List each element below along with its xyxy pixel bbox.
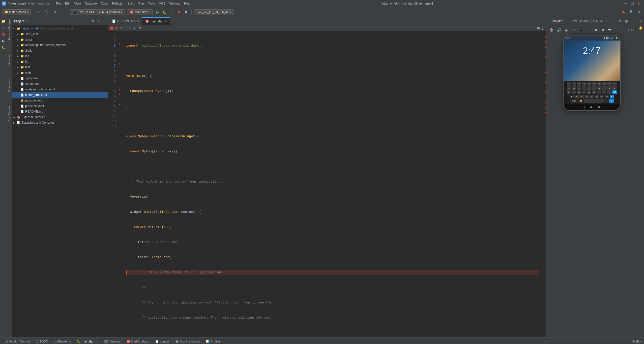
key-8[interactable]: 8 — [602, 82, 607, 86]
settings-button[interactable]: ⚙ — [52, 9, 58, 15]
menu-run[interactable]: Run — [138, 2, 144, 5]
key-f[interactable]: f — [582, 90, 586, 94]
tree-ios[interactable]: ▶ 📁 ios — [12, 53, 108, 59]
tree-root[interactable]: ▾ 📁 flutter_ornek C:\src\projects\flutte… — [12, 26, 108, 31]
project-icon-btn[interactable]: 📁 — [1, 18, 7, 24]
volume-down-btn[interactable]: 🔉 — [563, 27, 570, 33]
profile-button[interactable]: ⏱ — [169, 9, 175, 15]
menu-help[interactable]: Help — [184, 2, 190, 5]
tab-todo[interactable]: ☑ TODO — [33, 337, 51, 344]
phone-recents-btn[interactable]: ⏹ — [598, 106, 601, 109]
recents-btn[interactable]: ⏹ — [600, 27, 606, 33]
find-button[interactable]: 🔍 — [628, 9, 635, 15]
tab-problems[interactable]: ⚠ Problems — [52, 337, 74, 344]
emulator-settings-btn[interactable]: ⚙ — [617, 18, 623, 24]
project-gear-btn[interactable]: ⚙ — [91, 19, 95, 23]
key-1[interactable]: 1 — [567, 82, 571, 86]
tab-logcat[interactable]: 📋 Logcat — [153, 337, 171, 344]
key-r[interactable]: r — [582, 86, 587, 90]
device-selector[interactable]: 📱 Pixel 3a API 33 x86 64 (mobile) ▾ — [70, 9, 125, 15]
emulator-maximize-btn[interactable]: ⊞ — [624, 18, 629, 24]
bottom-collapse-btn[interactable]: − — [640, 339, 642, 343]
home-btn[interactable]: ⏺ — [593, 27, 599, 33]
menu-build[interactable]: Build — [128, 2, 134, 5]
key-l[interactable]: l — [607, 90, 611, 94]
tree-lib[interactable]: ▶ 📁 lib — [12, 59, 108, 64]
tree-pubspec-lock[interactable]: 🔒 pubspec.lock — [12, 98, 108, 103]
editor-expand-btn[interactable]: ⊞ — [537, 26, 540, 30]
key-i[interactable]: i — [602, 86, 607, 90]
more-btn[interactable]: ⋮ — [614, 27, 621, 33]
run-config-selector[interactable]: 🎯 main.dart ▾ — [127, 9, 153, 15]
tab-profiler[interactable]: 📊 Profiler — [203, 337, 223, 344]
bookmark-side-btn[interactable]: 🔖 — [1, 31, 7, 37]
tree-dart-tool[interactable]: ▶ 📁 .dart_tool — [12, 31, 108, 37]
tree-metadata[interactable]: 📄 .metadata — [12, 81, 108, 87]
key-4[interactable]: 4 — [582, 82, 587, 86]
key-enter[interactable]: ↵ — [610, 95, 614, 98]
tab-app-inspection[interactable]: 🔬 App Inspection — [172, 337, 202, 344]
key-3[interactable]: 3 — [577, 82, 581, 86]
expand-button[interactable]: ⊡ — [60, 9, 66, 15]
bookmarks-label[interactable]: Bookmarks — [7, 77, 12, 94]
key-7[interactable]: 7 — [597, 82, 602, 86]
tree-iml[interactable]: 📄 flutter_ornek.iml — [12, 92, 108, 98]
close-button[interactable]: ✕ — [637, 1, 642, 6]
key-2[interactable]: 2 — [572, 82, 576, 86]
tree-ext-libs[interactable]: ▶ 📚 External Libraries — [12, 114, 108, 120]
project-collapse-btn[interactable]: − — [102, 19, 106, 23]
key-g[interactable]: g — [587, 90, 591, 94]
menu-file[interactable]: File — [56, 2, 61, 5]
project-selector[interactable]: 📁 flutter_ornek ▾ — [2, 9, 31, 15]
key-z[interactable]: z — [574, 95, 579, 98]
key-b[interactable]: b — [595, 95, 599, 98]
tree-test[interactable]: ▶ 📁 test — [12, 64, 108, 70]
key-shift[interactable]: ⬆ — [569, 95, 574, 98]
key-space[interactable] — [583, 99, 604, 103]
run-side-btn[interactable]: ▶ — [1, 38, 7, 44]
tree-build[interactable]: ▶ 📁 .build — [12, 48, 108, 53]
key-o[interactable]: o — [607, 86, 612, 90]
phone-home-btn[interactable]: ⏺ — [590, 106, 593, 109]
key-go[interactable]: ➔ — [609, 99, 614, 103]
key-p[interactable]: p — [612, 86, 617, 90]
key-s[interactable]: s — [572, 90, 576, 94]
device2-selector[interactable]: Pixel_3a_API_33_x86_64 ▾ — [194, 9, 234, 15]
bookmark-button[interactable]: 🔖 — [620, 9, 627, 15]
debug-tab-close[interactable]: ✕ — [95, 340, 98, 343]
build-button[interactable]: 🔨 — [43, 9, 50, 15]
sync-button[interactable]: ⟳ — [35, 9, 41, 15]
key-n[interactable]: n — [600, 95, 604, 98]
key-9[interactable]: 9 — [607, 82, 612, 86]
screenshot-btn[interactable]: 📷 — [607, 27, 613, 33]
debug-run-button[interactable]: 🐛 — [161, 9, 168, 15]
tree-analysis[interactable]: 📄 analysis_options.yaml — [12, 87, 108, 92]
notifications-btn[interactable]: 🔔 — [638, 25, 644, 31]
menu-vcs[interactable]: VCS — [159, 2, 165, 5]
key-c[interactable]: c — [584, 95, 589, 98]
bottom-settings-btn[interactable]: ⚙ — [632, 339, 635, 343]
menu-view[interactable]: View — [74, 2, 81, 5]
structure-label[interactable]: Structure — [7, 53, 12, 67]
key-j[interactable]: j — [597, 90, 601, 94]
rotate-btn[interactable]: ⟳ — [571, 27, 577, 33]
tree-scratches[interactable]: ▶ 📝 Scratches and Consoles — [12, 120, 108, 125]
tab-terminal[interactable]: ⌨ Terminal — [101, 337, 123, 344]
emulator-fold-btn[interactable]: □ — [630, 27, 635, 33]
tab-readme[interactable]: 📄 README.md ✕ — [109, 17, 142, 25]
volume-up-btn[interactable]: 🔊 — [555, 27, 562, 33]
key-u[interactable]: u — [597, 86, 602, 90]
key-emoji[interactable]: 😊 — [578, 99, 583, 103]
error-nav-down[interactable]: ▼ — [138, 26, 142, 30]
back-btn[interactable]: ← — [586, 27, 592, 33]
tab-debug[interactable]: 🐛 main.dart ✕ — [74, 338, 100, 344]
tree-idea[interactable]: ▶ 📁 .idea — [12, 37, 108, 42]
gear-button[interactable]: ⚙ — [636, 9, 642, 15]
key-123[interactable]: ?123 — [570, 99, 578, 103]
key-t[interactable]: t — [587, 86, 592, 90]
tab-main-dart[interactable]: 🎯 main.dart ✕ — [142, 17, 170, 25]
tree-readme[interactable]: 📄 README.md — [12, 109, 108, 114]
minimize-button[interactable]: ─ — [623, 1, 628, 6]
run-button[interactable]: ▶ — [155, 9, 160, 15]
key-period[interactable]: . — [604, 99, 609, 103]
